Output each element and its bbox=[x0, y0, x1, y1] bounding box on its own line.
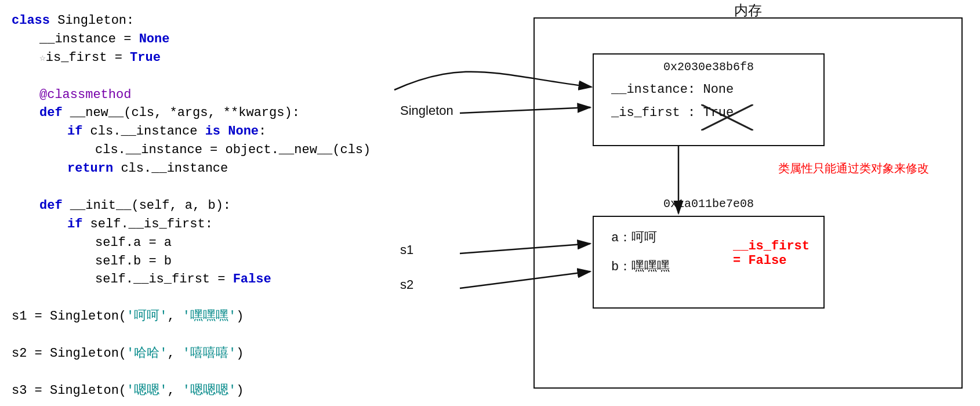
code-line-s1: s1 = Singleton('呵呵', '嘿嘿嘿') bbox=[12, 307, 406, 326]
code-line-7: cls.__instance = object.__new__(cls) bbox=[12, 141, 406, 160]
code-line-blank1 bbox=[12, 67, 406, 86]
code-line-4: @classmethod bbox=[12, 86, 406, 104]
code-line-5: def __new__(cls, *args, **kwargs): bbox=[12, 104, 406, 122]
code-line-12: self.b = b bbox=[12, 252, 406, 271]
code-line-13: self.__is_first = False bbox=[12, 270, 406, 289]
instance-box-a-field: a：呵呵 bbox=[611, 229, 657, 246]
code-line-s2: s2 = Singleton('哈哈', '嘻嘻嘻') bbox=[12, 345, 406, 363]
code-section: class Singleton: __instance = None ☆is_f… bbox=[12, 12, 406, 400]
code-line-blank4 bbox=[12, 326, 406, 345]
s2-arrow-label: s2 bbox=[400, 277, 413, 292]
instance-box: 0x1a011be7e08 a：呵呵 b：嘿嘿嘿 __is_first = Fa… bbox=[593, 216, 825, 309]
class-box-instance-field: __instance: None bbox=[611, 82, 734, 97]
is-first-false-label: __is_first = False bbox=[733, 239, 823, 268]
s1-arrow-label: s1 bbox=[400, 242, 413, 258]
code-line-blank2 bbox=[12, 178, 406, 197]
class-attr-note: 类属性只能通过类对象来修改 bbox=[778, 161, 929, 176]
code-line-s3: s3 = Singleton('嗯嗯', '嗯嗯嗯') bbox=[12, 382, 406, 400]
code-line-11: self.a = a bbox=[12, 234, 406, 252]
code-line-10: if self.__is_first: bbox=[12, 215, 406, 234]
memory-title: 内存 bbox=[535, 1, 961, 20]
code-line-9: def __init__(self, a, b): bbox=[12, 197, 406, 215]
singleton-arrow-label: Singleton bbox=[400, 103, 453, 118]
code-line-3: ☆is_first = True bbox=[12, 49, 406, 67]
instance-box-b-field: b：嘿嘿嘿 bbox=[611, 258, 670, 275]
code-line-blank3 bbox=[12, 289, 406, 307]
instance-box-address: 0x1a011be7e08 bbox=[594, 197, 823, 211]
code-line-blank5 bbox=[12, 363, 406, 382]
code-line-8: return cls.__instance bbox=[12, 160, 406, 178]
code-line-6: if cls.__instance is None: bbox=[12, 122, 406, 141]
code-line-1: class Singleton: bbox=[12, 12, 406, 30]
class-box-address: 0x2030e38b6f8 bbox=[594, 60, 823, 74]
memory-section: 内存 0x2030e38b6f8 __instance: None _is_fi… bbox=[533, 17, 963, 389]
class-box: 0x2030e38b6f8 __instance: None _is_first… bbox=[593, 53, 825, 146]
class-box-isfirst-field: _is_first : True bbox=[611, 106, 734, 120]
code-line-2: __instance = None bbox=[12, 30, 406, 49]
